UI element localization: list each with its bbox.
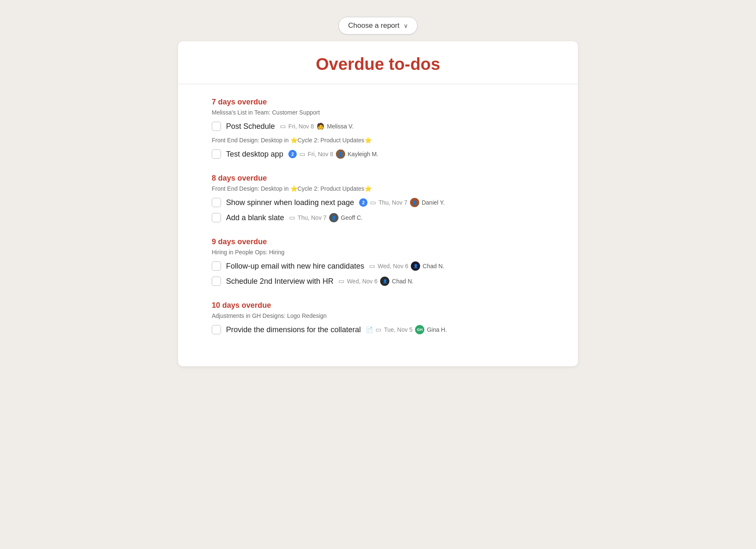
todo-text: Post Schedule <box>226 122 275 131</box>
assignee-name: Chad N. <box>392 278 413 285</box>
page-wrapper: Choose a report ∨ Overdue to-dos 7 days … <box>125 17 631 366</box>
todo-meta: 2 ▭ Fri, Nov 8 👤 Kayleigh M. <box>288 149 378 159</box>
overdue-heading-7days: 7 days overdue <box>212 98 544 107</box>
overdue-group-7days: 7 days overdue Melissa's List in Team: C… <box>212 98 544 159</box>
calendar-icon: ▭ <box>299 150 305 158</box>
due-date: Fri, Nov 8 <box>288 123 314 130</box>
todo-item: Test desktop app 2 ▭ Fri, Nov 8 👤 Kaylei… <box>212 149 544 159</box>
calendar-icon: ▭ <box>369 262 375 270</box>
report-dropdown-button[interactable]: Choose a report ∨ <box>338 17 418 35</box>
chevron-down-icon: ∨ <box>404 22 408 29</box>
todo-text: Test desktop app <box>226 150 283 159</box>
todo-meta: 2 ▭ Thu, Nov 7 👤 Daniel Y. <box>359 198 445 207</box>
todo-item: Schedule 2nd Interview with HR ▭ Wed, No… <box>212 277 544 286</box>
avatar: 👤 <box>336 149 345 159</box>
todo-meta: ▭ Thu, Nov 7 👤 Geoff C. <box>289 213 362 222</box>
todo-text: Show spinner when loading next page <box>226 198 354 207</box>
todo-text: Follow-up email with new hire candidates <box>226 262 364 271</box>
person-emoji-icon: 🧑 <box>317 123 325 130</box>
todo-meta: 📄 ▭ Tue, Nov 5 GH Gina H. <box>366 325 447 334</box>
overdue-group-9days: 9 days overdue Hiring in People Ops: Hir… <box>212 237 544 286</box>
group-subtitle-10days: Adjustments in GH Designs: Logo Redesign <box>212 312 544 319</box>
avatar: 👤 <box>380 277 389 286</box>
avatar: 👤 <box>329 213 338 222</box>
todo-item: Provide the dimensions for the collatera… <box>212 325 544 334</box>
assignee-name: Gina H. <box>427 326 447 333</box>
todo-checkbox[interactable] <box>212 261 221 271</box>
assignee-name: Chad N. <box>423 263 444 269</box>
calendar-icon: ▭ <box>370 199 376 206</box>
overdue-group-10days: 10 days overdue Adjustments in GH Design… <box>212 301 544 334</box>
assignee-name: Geoff C. <box>341 214 363 221</box>
calendar-icon: ▭ <box>338 277 344 285</box>
todo-item: Show spinner when loading next page 2 ▭ … <box>212 198 544 207</box>
todo-checkbox[interactable] <box>212 213 221 222</box>
main-content: Overdue to-dos 7 days overdue Melissa's … <box>178 41 578 366</box>
todo-meta: ▭ Wed, Nov 6 👤 Chad N. <box>369 261 444 271</box>
todo-item: Post Schedule ▭ Fri, Nov 8 🧑 Melissa V. <box>212 122 544 131</box>
group-subtitle-7days: Melissa's List in Team: Customer Support <box>212 109 544 116</box>
todo-text: Schedule 2nd Interview with HR <box>226 277 333 286</box>
calendar-icon: ▭ <box>289 214 295 221</box>
badge-count: 2 <box>288 150 297 158</box>
assignee-name: Daniel Y. <box>422 199 445 206</box>
todo-checkbox[interactable] <box>212 122 221 131</box>
overdue-heading-10days: 10 days overdue <box>212 301 544 310</box>
todo-item: Follow-up email with new hire candidates… <box>212 261 544 271</box>
group-subtitle-9days: Hiring in People Ops: Hiring <box>212 249 544 256</box>
due-date: Wed, Nov 6 <box>378 263 408 269</box>
assignee-name: Kayleigh M. <box>348 151 378 157</box>
overdue-heading-8days: 8 days overdue <box>212 174 544 183</box>
overdue-group-8days: 8 days overdue Front End Design: Desktop… <box>212 174 544 222</box>
report-dropdown-label: Choose a report <box>348 21 399 30</box>
group-subtitle-7days-2: Front End Design: Desktop in ⭐Cycle 2: P… <box>212 137 544 144</box>
due-date: Tue, Nov 5 <box>384 326 413 333</box>
assignee-name: Melissa V. <box>327 123 354 130</box>
todo-meta: ▭ Fri, Nov 8 🧑 Melissa V. <box>280 123 354 130</box>
todo-checkbox[interactable] <box>212 149 221 159</box>
document-icon: 📄 <box>366 326 373 333</box>
badge-count: 2 <box>359 198 367 207</box>
report-dropdown-wrapper: Choose a report ∨ <box>338 17 418 35</box>
due-date: Thu, Nov 7 <box>378 199 407 206</box>
due-date: Thu, Nov 7 <box>298 214 326 221</box>
todo-text: Add a blank slate <box>226 213 284 222</box>
page-title-section: Overdue to-dos <box>178 41 578 84</box>
todo-text: Provide the dimensions for the collatera… <box>226 325 361 334</box>
avatar: 👤 <box>410 198 419 207</box>
overdue-heading-9days: 9 days overdue <box>212 237 544 246</box>
todo-checkbox[interactable] <box>212 198 221 207</box>
content-section: 7 days overdue Melissa's List in Team: C… <box>178 84 578 366</box>
calendar-icon: ▭ <box>375 326 381 333</box>
avatar: 👤 <box>411 261 420 271</box>
due-date: Fri, Nov 8 <box>308 151 333 157</box>
todo-checkbox[interactable] <box>212 325 221 334</box>
page-title: Overdue to-dos <box>195 55 561 74</box>
calendar-icon: ▭ <box>280 123 286 130</box>
avatar: GH <box>415 325 424 334</box>
todo-item: Add a blank slate ▭ Thu, Nov 7 👤 Geoff C… <box>212 213 544 222</box>
group-subtitle-8days: Front End Design: Desktop in ⭐Cycle 2: P… <box>212 185 544 192</box>
todo-checkbox[interactable] <box>212 277 221 286</box>
due-date: Wed, Nov 6 <box>347 278 378 285</box>
todo-meta: ▭ Wed, Nov 6 👤 Chad N. <box>338 277 413 286</box>
